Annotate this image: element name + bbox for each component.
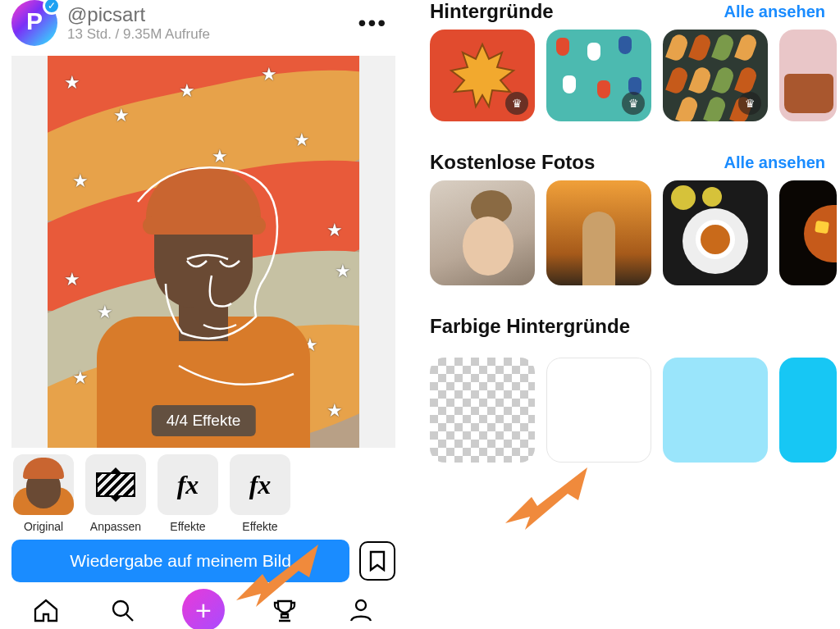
colored-backgrounds-row[interactable] <box>430 358 840 463</box>
nav-challenges[interactable] <box>268 594 301 627</box>
see-all-free-photos[interactable]: Alle ansehen <box>724 153 825 172</box>
picsart-logo-icon: P <box>26 7 43 35</box>
replay-on-my-image-button[interactable]: Wiedergabe auf meinem Bild <box>11 540 349 582</box>
profile-icon <box>347 596 375 624</box>
feed-panel: P ✓ @picsart 13 Std. / 9.35M Aufrufe •••… <box>0 0 407 629</box>
post-image[interactable]: ★ ★ ★ ★ ★ ★ ★ ★ ★ ★ ★ ★ ★ ★ <box>48 56 359 448</box>
section-title: Hintergründe <box>430 0 554 23</box>
annotation-arrow-2 <box>497 459 604 533</box>
thumb-label: Anpassen <box>90 520 141 533</box>
thumb-label: Original <box>24 520 63 533</box>
cta-row: Wiedergabe auf meinem Bild <box>0 536 407 582</box>
fx-icon: fx <box>177 470 199 500</box>
section-header-free-photos: Kostenlose Fotos Alle ansehen <box>430 151 840 174</box>
discover-panel: Hintergründe Alle ansehen ♛ ♛ <box>407 0 840 629</box>
trophy-icon <box>271 596 299 624</box>
fx-icon: fx <box>249 470 272 500</box>
premium-crown-icon: ♛ <box>738 92 761 115</box>
effects-count-badge: 4/4 Effekte <box>152 405 256 436</box>
free-photos-row[interactable] <box>430 180 840 285</box>
photo-tile[interactable] <box>663 180 768 285</box>
photo-tile[interactable] <box>779 180 837 285</box>
background-tile[interactable] <box>779 30 837 121</box>
thumb-original[interactable]: Original <box>11 454 75 533</box>
nav-profile[interactable] <box>345 594 377 627</box>
search-icon <box>108 596 136 624</box>
author-username[interactable]: @picsart <box>67 3 210 26</box>
section-header-colored-backgrounds: Farbige Hintergründe <box>430 315 840 338</box>
verified-badge-icon: ✓ <box>43 0 61 15</box>
adjust-icon <box>96 472 135 497</box>
bookmark-icon <box>368 550 386 572</box>
plus-icon: + <box>195 595 212 627</box>
thumb-adjust[interactable]: Anpassen <box>84 454 148 533</box>
post-image-container: ★ ★ ★ ★ ★ ★ ★ ★ ★ ★ ★ ★ ★ ★ <box>11 56 395 448</box>
bookmark-button[interactable] <box>359 541 395 581</box>
svg-marker-3 <box>505 467 587 530</box>
effect-thumbnails: Original Anpassen fx Effekte fx Effekte <box>0 448 407 536</box>
author-info: @picsart 13 Std. / 9.35M Aufrufe <box>67 3 210 43</box>
color-tile-cyan[interactable] <box>779 358 837 463</box>
bottom-nav: + <box>0 582 407 629</box>
premium-crown-icon: ♛ <box>505 92 528 115</box>
color-tile-white[interactable] <box>546 358 651 463</box>
background-tile[interactable]: ♛ <box>546 30 651 121</box>
home-icon <box>32 596 60 624</box>
thumb-label: Effekte <box>170 520 205 533</box>
photo-tile[interactable] <box>430 180 535 285</box>
portrait <box>89 153 318 448</box>
nav-create-button[interactable]: + <box>182 589 225 629</box>
thumb-effects-1[interactable]: fx Effekte <box>156 454 220 533</box>
post-header: P ✓ @picsart 13 Std. / 9.35M Aufrufe ••• <box>0 0 407 51</box>
post-more-button[interactable]: ••• <box>358 10 395 36</box>
svg-point-0 <box>113 601 128 616</box>
premium-crown-icon: ♛ <box>622 92 645 115</box>
section-title: Kostenlose Fotos <box>430 151 595 174</box>
color-tile-lightblue[interactable] <box>663 358 768 463</box>
photo-tile[interactable] <box>546 180 651 285</box>
thumb-effects-2[interactable]: fx Effekte <box>228 454 292 533</box>
transparent-background-tile[interactable] <box>430 358 535 463</box>
see-all-backgrounds[interactable]: Alle ansehen <box>724 2 825 21</box>
author-avatar[interactable]: P ✓ <box>11 0 57 46</box>
background-tile[interactable]: ♛ <box>430 30 535 121</box>
background-tile[interactable]: ♛ <box>663 30 768 121</box>
nav-home[interactable] <box>30 594 62 627</box>
section-title: Farbige Hintergründe <box>430 315 630 338</box>
section-header-backgrounds: Hintergründe Alle ansehen <box>430 0 840 23</box>
post-meta: 13 Std. / 9.35M Aufrufe <box>67 26 210 43</box>
nav-search[interactable] <box>106 594 139 627</box>
svg-point-1 <box>356 600 366 610</box>
backgrounds-row[interactable]: ♛ ♛ ♛ <box>430 30 840 121</box>
thumb-label: Effekte <box>242 520 277 533</box>
